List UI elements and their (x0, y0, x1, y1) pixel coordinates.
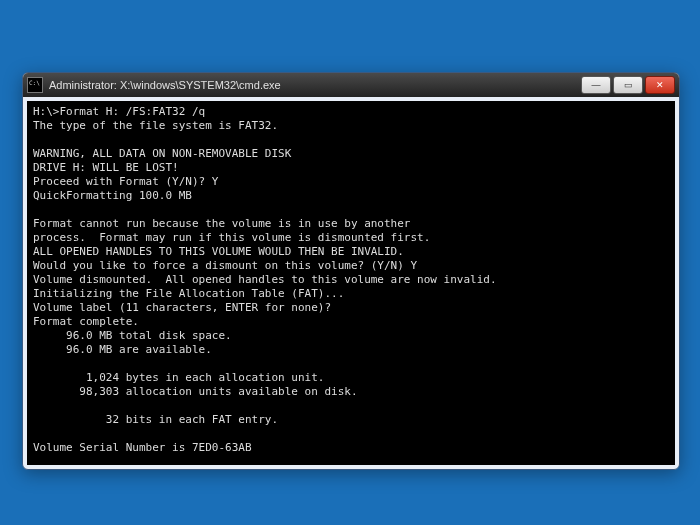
titlebar[interactable]: Administrator: X:\windows\SYSTEM32\cmd.e… (23, 73, 679, 97)
maximize-button[interactable]: ▭ (613, 76, 643, 94)
minimize-button[interactable]: — (581, 76, 611, 94)
cmd-window: Administrator: X:\windows\SYSTEM32\cmd.e… (22, 72, 680, 470)
window-buttons: — ▭ ✕ (581, 76, 675, 94)
window-title: Administrator: X:\windows\SYSTEM32\cmd.e… (49, 79, 581, 91)
close-button[interactable]: ✕ (645, 76, 675, 94)
terminal-output[interactable]: H:\>Format H: /FS:FAT32 /q The type of t… (27, 101, 675, 465)
cmd-icon (27, 77, 43, 93)
